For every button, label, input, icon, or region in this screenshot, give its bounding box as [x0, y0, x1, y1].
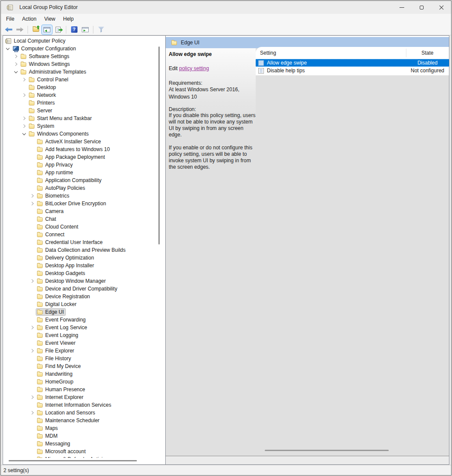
tree-item-administrative-templates[interactable]: Administrative Templates	[3, 68, 165, 76]
tree-item-printers[interactable]: Printers	[3, 99, 165, 107]
tree-item-credential-user-interface[interactable]: Credential User Interface	[3, 238, 165, 246]
menu-help[interactable]: Help	[59, 15, 78, 23]
tree-item-event-logging[interactable]: Event Logging	[3, 331, 165, 339]
tree-item-server[interactable]: Server	[3, 107, 165, 114]
tree-item-location-and-sensors[interactable]: Location and Sensors	[3, 409, 165, 417]
tree-item-connect[interactable]: Connect	[3, 231, 165, 238]
tree-item-chat[interactable]: Chat	[3, 215, 165, 223]
tree-item-messaging[interactable]: Messaging	[3, 440, 165, 448]
tree-item-device-and-driver-compatibility[interactable]: Device and Driver Compatibility	[3, 285, 165, 293]
tree-item-internet-explorer[interactable]: Internet Explorer	[3, 393, 165, 401]
tree-item-human-presence[interactable]: Human Presence	[3, 386, 165, 393]
menu-view[interactable]: View	[40, 15, 59, 23]
tree-expander-collapsed-icon[interactable]	[28, 409, 36, 417]
help-button[interactable]	[69, 25, 79, 34]
tree-item-software-settings[interactable]: Software Settings	[3, 53, 165, 60]
tree-item-event-viewer[interactable]: Event Viewer	[3, 339, 165, 347]
tree-item-system[interactable]: System	[3, 122, 165, 130]
tree-item-autoplay-policies[interactable]: AutoPlay Policies	[3, 184, 165, 192]
tree-item-camera[interactable]: Camera	[3, 207, 165, 215]
tree-item-digital-locker[interactable]: Digital Locker	[3, 300, 165, 308]
menu-file[interactable]: File	[2, 15, 18, 23]
show-console-tree-button[interactable]	[42, 25, 52, 34]
tree-expander-expanded-icon[interactable]	[12, 68, 20, 76]
tree-item-maintenance-scheduler[interactable]: Maintenance Scheduler	[3, 417, 165, 424]
tree-item-event-log-service[interactable]: Event Log Service	[3, 324, 165, 331]
tree-item-desktop-gadgets[interactable]: Desktop Gadgets	[3, 269, 165, 277]
back-button[interactable]	[3, 25, 14, 34]
setting-row-disable-help-tips[interactable]: Disable help tipsNot configured	[256, 67, 449, 74]
column-header-setting[interactable]: Setting	[260, 50, 276, 56]
tree-item-file-history[interactable]: File History	[3, 355, 165, 362]
tree-expander-collapsed-icon[interactable]	[20, 91, 28, 99]
tree-item-activex-installer-service[interactable]: ActiveX Installer Service	[3, 138, 165, 145]
tree-item-app-package-deployment[interactable]: App Package Deployment	[3, 153, 165, 161]
tree-expander-collapsed-icon[interactable]	[28, 192, 36, 200]
tree-item-microsoft-account[interactable]: Microsoft account	[3, 448, 165, 455]
minimize-button[interactable]	[392, 1, 412, 14]
tree-expander-expanded-icon[interactable]	[4, 45, 12, 53]
tree-item-start-menu-and-taskbar[interactable]: Start Menu and Taskbar	[3, 114, 165, 122]
tree-item-event-forwarding[interactable]: Event Forwarding	[3, 316, 165, 324]
tree-item-control-panel[interactable]: Control Panel	[3, 76, 165, 83]
tree-item-bitlocker-drive-encryption[interactable]: BitLocker Drive Encryption	[3, 200, 165, 207]
tree-item-homegroup[interactable]: HomeGroup	[3, 378, 165, 386]
tree-item-application-compatibility[interactable]: Application Compatibility	[3, 176, 165, 184]
tree-expander-collapsed-icon[interactable]	[20, 76, 28, 83]
tree-item-edge-ui[interactable]: Edge UI	[3, 308, 165, 316]
folder-icon	[37, 225, 43, 229]
tree-item-device-registration[interactable]: Device Registration	[3, 293, 165, 300]
tree-item-computer-configuration[interactable]: Computer Configuration	[3, 45, 165, 53]
tree-expander-collapsed-icon[interactable]	[20, 122, 28, 130]
tree-item-delivery-optimization[interactable]: Delivery Optimization	[3, 254, 165, 262]
settings-list-horizontal-scrollbar-thumb[interactable]	[265, 450, 389, 451]
tree-expander-collapsed-icon[interactable]	[28, 200, 36, 207]
filter-button[interactable]	[96, 25, 106, 34]
tree-expander-collapsed-icon[interactable]	[12, 53, 20, 60]
tree-item-internet-information-services[interactable]: Internet Information Services	[3, 401, 165, 409]
tree-item-handwriting[interactable]: Handwriting	[3, 370, 165, 378]
maximize-button[interactable]	[412, 1, 431, 14]
tree-item-biometrics[interactable]: Biometrics	[3, 192, 165, 200]
menu-action[interactable]: Action	[18, 15, 40, 23]
tree-expander-placeholder	[28, 316, 36, 324]
tree-expander-collapsed-icon[interactable]	[28, 393, 36, 401]
policy-setting-link[interactable]: policy setting	[179, 65, 209, 71]
tree-item-label: Application Compatibility	[45, 177, 102, 183]
tree-expander-collapsed-icon[interactable]	[20, 114, 28, 122]
tree-item-desktop-window-manager[interactable]: Desktop Window Manager	[3, 277, 165, 285]
tree-item-maps[interactable]: Maps	[3, 424, 165, 432]
tree-item-desktop-app-installer[interactable]: Desktop App Installer	[3, 262, 165, 269]
tree-item-file-explorer[interactable]: File Explorer	[3, 347, 165, 355]
folder-icon	[37, 148, 43, 152]
tree-item-desktop[interactable]: Desktop	[3, 83, 165, 91]
show-properties-button[interactable]	[80, 25, 90, 34]
tree-expander-collapsed-icon[interactable]	[28, 347, 36, 355]
up-one-level-button[interactable]	[31, 25, 41, 34]
tree-expander-collapsed-icon[interactable]	[28, 277, 36, 285]
tree-expander-placeholder	[28, 339, 36, 347]
tree-item-find-my-device[interactable]: Find My Device	[3, 362, 165, 370]
tree-expander-collapsed-icon[interactable]	[28, 324, 36, 331]
tree-horizontal-scrollbar[interactable]	[3, 458, 165, 464]
tree-item-label: Desktop App Installer	[45, 263, 94, 269]
tree-expander-expanded-icon[interactable]	[20, 130, 28, 138]
tree-item-data-collection-and-preview-builds[interactable]: Data Collection and Preview Builds	[3, 246, 165, 254]
tree-horizontal-scrollbar-thumb[interactable]	[9, 460, 137, 461]
tree-item-network[interactable]: Network	[3, 91, 165, 99]
tree-item-mdm[interactable]: MDM	[3, 432, 165, 440]
tree-item-app-privacy[interactable]: App Privacy	[3, 161, 165, 169]
close-button[interactable]	[431, 1, 451, 14]
tree-item-cloud-content[interactable]: Cloud Content	[3, 223, 165, 231]
tree-item-add-features-to-windows-10[interactable]: Add features to Windows 10	[3, 145, 165, 153]
tree-item-app-runtime[interactable]: App runtime	[3, 169, 165, 176]
tree-expander-collapsed-icon[interactable]	[12, 60, 20, 68]
tree-item-local-computer-policy[interactable]: Local Computer Policy	[3, 37, 165, 45]
forward-button[interactable]	[15, 25, 25, 34]
tree-item-windows-components[interactable]: Windows Components	[3, 130, 165, 138]
tree-vertical-scrollbar-thumb[interactable]	[158, 46, 160, 244]
setting-row-allow-edge-swipe[interactable]: Allow edge swipeDisabled	[256, 59, 449, 67]
tree-item-windows-settings[interactable]: Windows Settings	[3, 60, 165, 68]
export-list-button[interactable]	[53, 25, 63, 34]
column-header-state[interactable]: State	[406, 50, 449, 56]
